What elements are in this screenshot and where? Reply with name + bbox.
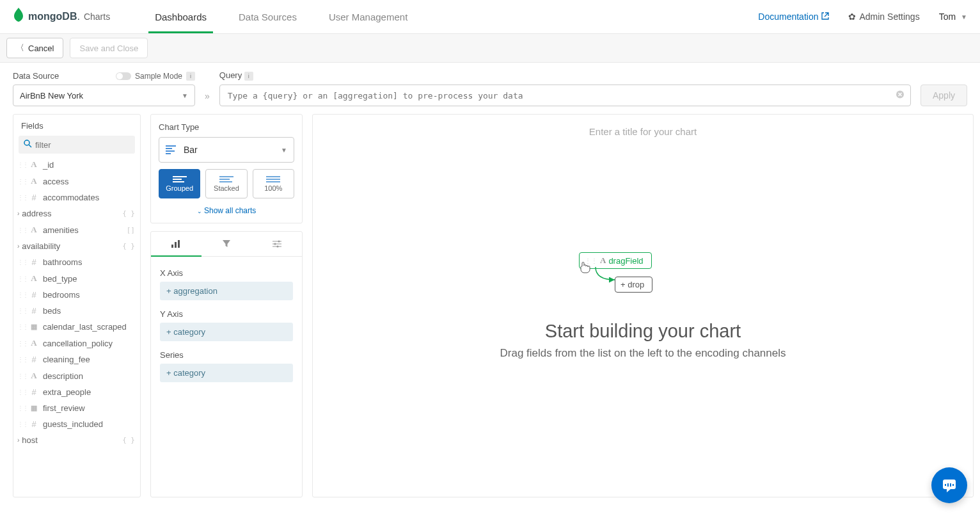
user-menu[interactable]: Tom ▼ [939, 12, 967, 22]
field-name: bed_type [43, 274, 77, 284]
field-item-bed_type[interactable]: ⋮⋮Abed_type [13, 270, 140, 287]
cancel-button[interactable]: 〈 Cancel [6, 38, 63, 58]
field-item-cancellation_policy[interactable]: ⋮⋮Acancellation_policy [13, 335, 140, 351]
field-type-icon: # [29, 193, 39, 202]
drag-handle-icon: ⋮⋮ [17, 227, 28, 234]
x-axis-label: X Axis [160, 268, 293, 278]
expand-separator[interactable]: » [205, 91, 210, 106]
hand-cursor-icon [578, 260, 592, 277]
apply-button[interactable]: Apply [921, 85, 967, 106]
drag-drop-illustration: ⋮⋮ A dragField + drop [579, 252, 707, 303]
encoding-tab-customize[interactable] [251, 232, 302, 256]
info-icon[interactable]: i [244, 72, 253, 81]
data-source-select[interactable]: AirBnB New York ▼ [13, 85, 195, 106]
field-type-icon: # [29, 257, 39, 267]
documentation-link[interactable]: Documentation [758, 12, 829, 22]
drag-handle-icon: ⋮⋮ [17, 323, 28, 330]
bar-vertical-icon [171, 239, 181, 248]
encoding-tabs [151, 232, 302, 257]
subtype-grouped[interactable]: Grouped [159, 169, 200, 198]
object-indicator: { } [122, 209, 135, 218]
field-type-icon: A [29, 371, 39, 381]
field-item-extra_people[interactable]: ⋮⋮#extra_people [13, 384, 140, 400]
editor-toolbar: 〈 Cancel Save and Close [0, 34, 980, 63]
subtype-stacked[interactable]: Stacked [205, 169, 247, 198]
field-type-icon: A [29, 338, 39, 348]
field-item-bedrooms[interactable]: ⋮⋮#bedrooms [13, 287, 140, 303]
drag-handle-icon: ⋮⋮ [17, 373, 28, 380]
chart-title-input[interactable]: Enter a title for your chart [589, 126, 697, 137]
field-name: _id [43, 160, 54, 170]
drag-handle-icon: ⋮⋮ [17, 275, 28, 282]
field-type-icon: A [29, 176, 39, 186]
chevron-down-icon: ▼ [961, 13, 967, 20]
drag-handle-icon: ⋮⋮ [17, 405, 28, 412]
show-all-charts-link[interactable]: ⌄ Show all charts [159, 206, 294, 215]
encoding-tab-channels[interactable] [151, 232, 202, 256]
chevron-down-icon: ⌄ [197, 208, 202, 214]
sample-mode-toggle-wrap: Sample Mode i [116, 72, 195, 81]
external-link-icon [821, 12, 829, 22]
field-item-beds[interactable]: ⋮⋮#beds [13, 303, 140, 319]
field-name: amenities [43, 225, 79, 235]
field-item-description[interactable]: ⋮⋮Adescription [13, 367, 140, 384]
chevron-down-icon: ▼ [182, 92, 188, 99]
y-axis-label: Y Axis [160, 309, 293, 319]
admin-settings-link[interactable]: ✿ Admin Settings [848, 12, 919, 22]
query-input[interactable] [219, 85, 911, 106]
info-icon[interactable]: i [186, 72, 195, 81]
nav-user-management[interactable]: User Management [329, 1, 407, 33]
main-workspace: Fields ⋮⋮A_id⋮⋮Aaccess⋮⋮#accommodates›ad… [0, 114, 980, 504]
bar-chart-icon [166, 145, 176, 154]
object-indicator: { } [122, 436, 135, 444]
drag-handle-icon: ⋮⋮ [17, 178, 28, 185]
field-item-first_review[interactable]: ⋮⋮▦first_review [13, 400, 140, 416]
series-dropzone[interactable]: category [160, 364, 293, 382]
main-nav: Dashboards Data Sources User Management [155, 1, 407, 33]
field-name: cancellation_policy [43, 339, 113, 348]
empty-state-heading: Start building your chart [500, 321, 786, 342]
subtype-100[interactable]: 100% [253, 169, 294, 198]
fields-title: Fields [13, 115, 140, 136]
svg-rect-4 [175, 242, 177, 248]
field-name: extra_people [43, 387, 91, 397]
intercom-chat-button[interactable] [931, 467, 967, 503]
sample-mode-toggle[interactable] [116, 72, 131, 80]
object-indicator: { } [122, 242, 135, 250]
field-item-guests_included[interactable]: ⋮⋮#guests_included [13, 416, 140, 432]
fields-filter-input[interactable] [19, 136, 135, 154]
search-icon [24, 140, 32, 150]
field-item-cleaning_fee[interactable]: ⋮⋮#cleaning_fee [13, 351, 140, 367]
nav-dashboards[interactable]: Dashboards [155, 1, 207, 33]
chart-config-panel: Chart Type Bar ▼ Grouped Stacked [150, 114, 303, 497]
field-item-address[interactable]: ›address{ } [13, 206, 140, 222]
y-axis-dropzone[interactable]: category [160, 323, 293, 341]
fields-list[interactable]: ⋮⋮A_id⋮⋮Aaccess⋮⋮#accommodates›address{ … [13, 156, 140, 497]
encoding-box: X Axis aggregation Y Axis category Serie… [150, 231, 303, 497]
fields-panel: Fields ⋮⋮A_id⋮⋮Aaccess⋮⋮#accommodates›ad… [13, 114, 141, 497]
drag-handle-icon: ⋮⋮ [17, 259, 28, 266]
save-and-close-button[interactable]: Save and Close [70, 38, 148, 58]
x-axis-dropzone[interactable]: aggregation [160, 282, 293, 300]
field-item-amenities[interactable]: ⋮⋮Aamenities[] [13, 222, 140, 238]
drag-handle-icon: ⋮⋮ [17, 389, 28, 396]
field-item-accommodates[interactable]: ⋮⋮#accommodates [13, 189, 140, 206]
nav-data-sources[interactable]: Data Sources [239, 1, 297, 33]
data-source-label: Data Source [13, 71, 59, 81]
encoding-tab-filter[interactable] [202, 232, 252, 256]
series-label: Series [160, 350, 293, 360]
chart-type-select[interactable]: Bar ▼ [159, 137, 294, 163]
clear-query-icon[interactable] [896, 90, 905, 101]
field-item-calendar_last_scraped[interactable]: ⋮⋮▦calendar_last_scraped [13, 319, 140, 335]
field-item-_id[interactable]: ⋮⋮A_id [13, 156, 140, 173]
drag-handle-icon: ⋮⋮ [17, 307, 28, 314]
svg-line-2 [29, 145, 31, 147]
field-name: host [22, 435, 38, 445]
field-item-availability[interactable]: ›availability{ } [13, 238, 140, 254]
empty-state-text: Drag fields from the list on the left to… [500, 347, 786, 360]
field-item-bathrooms[interactable]: ⋮⋮#bathrooms [13, 254, 140, 270]
drag-handle-icon: ⋮⋮ [17, 291, 28, 298]
chevron-left-icon: 〈 [16, 42, 24, 54]
field-item-access[interactable]: ⋮⋮Aaccess [13, 173, 140, 189]
field-item-host[interactable]: ›host{ } [13, 432, 140, 448]
